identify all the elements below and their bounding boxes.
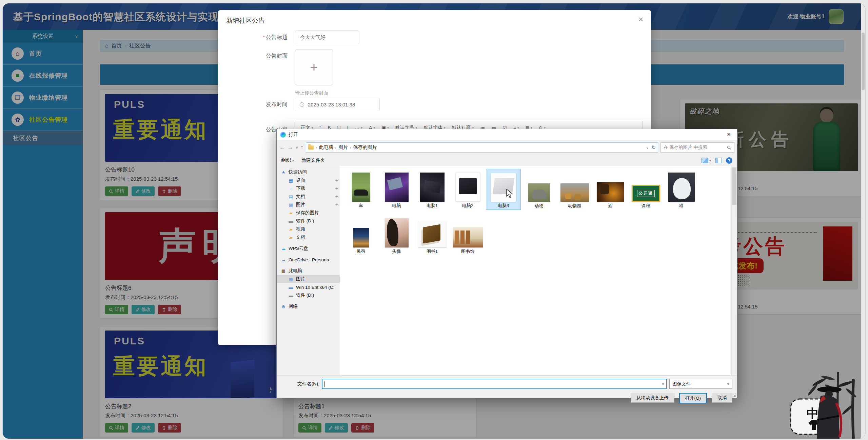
- cover-field-label: 公告封面: [218, 49, 288, 63]
- file-item[interactable]: 民宿: [343, 215, 378, 256]
- dialog-sidebar-item-network[interactable]: ⊕ 网络: [277, 302, 340, 311]
- drive-icon: ▬: [288, 293, 294, 298]
- publish-time-input[interactable]: 2025-03-23 13:01:38: [295, 98, 380, 111]
- search-icon: [727, 145, 731, 150]
- file-item[interactable]: 图书馆: [450, 215, 485, 256]
- address-caret-icon[interactable]: ∨: [646, 146, 649, 149]
- app-window: 基于SpringBoot的智慧社区系统设计与实现 欢迎 物业账号1 系统设置 ∨…: [3, 3, 865, 439]
- file-thumbnail: [528, 183, 550, 202]
- file-item[interactable]: 头像: [379, 215, 414, 256]
- file-grid-scrollbar[interactable]: [731, 166, 737, 375]
- cover-upload-hint: 请上传公告封面: [295, 90, 333, 96]
- dialog-title: 打开: [289, 132, 721, 138]
- preview-pane-icon[interactable]: [715, 158, 722, 163]
- dialog-navigation-bar: ← → ∨ ↑ › 此电脑›图片›保存的图片 ∨ ↻ 在 保存的图片 中搜索: [277, 140, 737, 155]
- scrollbar-thumb[interactable]: [862, 33, 865, 90]
- title-field-label: 公告标题: [266, 34, 288, 40]
- file-name: 动物园: [567, 202, 582, 209]
- file-name: 车: [358, 202, 364, 209]
- dialog-sidebar-item-folder[interactable]: ▰ 文档: [277, 233, 340, 241]
- cover-upload-button[interactable]: +: [295, 49, 333, 85]
- filename-input[interactable]: ∨: [322, 379, 667, 389]
- file-name: 图书1: [426, 247, 438, 255]
- file-thumbnail: [385, 218, 409, 247]
- mouse-cursor: [506, 189, 513, 198]
- file-item[interactable]: 动物园: [557, 169, 592, 210]
- dialog-sidebar-item-drive[interactable]: ▬ 软件 (D:): [277, 217, 340, 225]
- refresh-icon[interactable]: ↻: [651, 144, 656, 151]
- download-icon: ↓: [288, 186, 294, 191]
- file-item[interactable]: 酒: [593, 169, 628, 210]
- up-icon[interactable]: ↑: [300, 144, 303, 151]
- file-name: 课程: [641, 202, 651, 209]
- folder-icon: ▰: [288, 235, 294, 240]
- dialog-toolbar: 组织 ▾ 新建文件夹 ▾ ?: [277, 155, 737, 166]
- dialog-sidebar-item-pictures[interactable]: ▩ 图片: [277, 275, 340, 283]
- file-thumbnail: [385, 173, 409, 202]
- help-icon[interactable]: ?: [726, 157, 732, 164]
- organize-button[interactable]: 组织 ▾: [281, 157, 294, 163]
- dialog-sidebar-item-folder[interactable]: ▰ 视频: [277, 225, 340, 233]
- drive-icon: ▬: [288, 219, 294, 224]
- filename-label: 文件名(N):: [281, 381, 319, 387]
- filetype-select[interactable]: 图像文件 ∨: [669, 379, 732, 389]
- path-segment[interactable]: 保存的图片: [353, 144, 377, 151]
- dialog-close-icon[interactable]: ✕: [724, 132, 734, 138]
- dialog-sidebar-item-folder[interactable]: ▰ 保存的图片: [277, 209, 340, 217]
- thumbnails-view-icon: [702, 158, 708, 163]
- folder-icon: [308, 145, 314, 149]
- file-item[interactable]: 电脑2: [450, 169, 485, 210]
- file-item[interactable]: 动物: [521, 169, 556, 210]
- clock-icon: [299, 102, 304, 107]
- file-name: 电脑: [392, 202, 402, 209]
- address-path: 此电脑›图片›保存的图片: [319, 144, 377, 151]
- file-name: 酒: [607, 202, 613, 209]
- upload-from-device-button[interactable]: 从移动设备上传: [631, 393, 674, 403]
- cancel-button[interactable]: 取消: [712, 393, 732, 403]
- dialog-sidebar-item-computer[interactable]: ▦ 此电脑: [277, 267, 340, 275]
- browser-icon: [280, 132, 286, 138]
- view-mode-button[interactable]: ▾: [702, 158, 711, 163]
- resize-grip[interactable]: [732, 393, 736, 397]
- close-icon[interactable]: ✕: [638, 16, 644, 23]
- filename-dropdown-icon[interactable]: ∨: [662, 382, 664, 386]
- file-name: 电脑2: [461, 202, 474, 209]
- file-thumbnail: [418, 221, 447, 247]
- dialog-sidebar-item-star[interactable]: ★ 快速访问: [277, 168, 340, 176]
- dialog-sidebar-item-document[interactable]: ▤ 文档 ✛: [277, 193, 340, 201]
- pin-icon: ✛: [335, 186, 338, 191]
- file-item[interactable]: 猫: [664, 169, 699, 210]
- back-icon[interactable]: ←: [279, 144, 285, 151]
- dialog-sidebar-item-cloud-wps[interactable]: ☁ WPS云盘: [277, 244, 340, 253]
- file-item[interactable]: 电脑: [379, 169, 414, 210]
- address-bar[interactable]: › 此电脑›图片›保存的图片 ∨ ↻: [306, 142, 658, 153]
- dialog-sidebar-item-drive[interactable]: ▬ 软件 (D:): [277, 291, 340, 299]
- history-caret-icon[interactable]: ∨: [296, 146, 298, 149]
- path-segment[interactable]: 图片: [338, 144, 348, 151]
- dialog-titlebar[interactable]: 打开 ✕: [277, 129, 737, 140]
- file-name: 头像: [392, 247, 402, 255]
- ink-widget[interactable]: 中: [788, 369, 862, 439]
- file-item[interactable]: 车: [343, 169, 378, 210]
- file-thumbnail: [560, 183, 589, 202]
- file-thumbnail: [420, 173, 445, 202]
- file-item[interactable]: 图书1: [415, 215, 450, 256]
- path-segment[interactable]: 此电脑: [319, 144, 333, 151]
- new-folder-button[interactable]: 新建文件夹: [301, 157, 325, 163]
- file-thumbnail: [352, 173, 370, 202]
- dialog-sidebar-item-drive-windows[interactable]: ▬ Win 10 Ent x64 (C:: [277, 283, 340, 291]
- search-input[interactable]: 在 保存的图片 中搜索: [660, 142, 734, 153]
- file-item[interactable]: 电脑3: [486, 169, 521, 210]
- forward-icon[interactable]: →: [288, 144, 293, 151]
- plus-icon: +: [310, 60, 318, 75]
- dialog-sidebar-item-cloud-onedrive[interactable]: ☁ OneDrive - Persona: [277, 256, 340, 264]
- dialog-sidebar-item-desktop[interactable]: ▦ 桌面 ✛: [277, 176, 340, 184]
- open-button[interactable]: 打开(O): [679, 393, 707, 403]
- file-item[interactable]: 电脑1: [415, 169, 450, 210]
- folder-icon: ▰: [288, 227, 294, 232]
- dialog-sidebar-item-download[interactable]: ↓ 下载 ✛: [277, 184, 340, 193]
- cloud-onedrive-icon: ☁: [281, 257, 286, 262]
- announcement-title-input[interactable]: 今天天气好: [295, 31, 359, 44]
- dialog-sidebar-item-pictures[interactable]: ▩ 图片 ✛: [277, 201, 340, 209]
- file-item[interactable]: 公开课 课程: [628, 169, 663, 210]
